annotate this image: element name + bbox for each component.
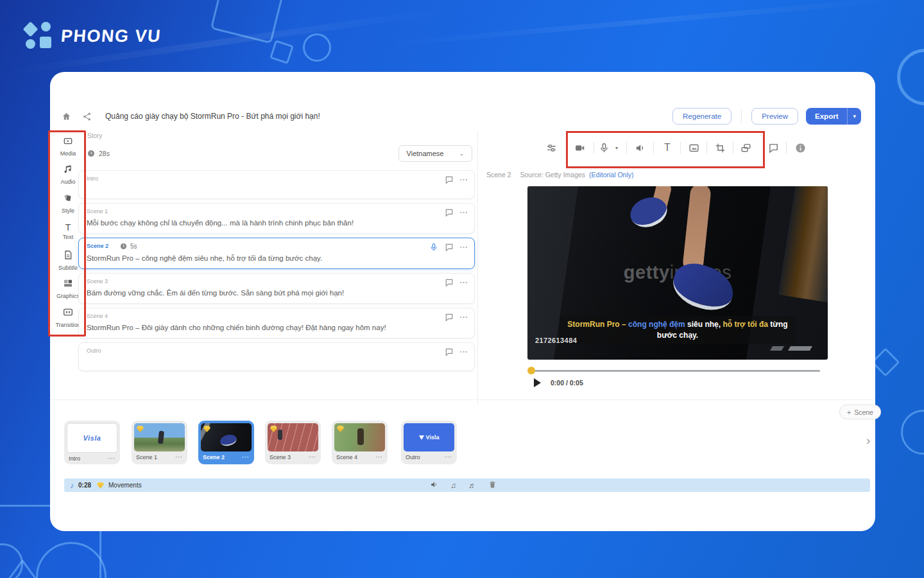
layers-copy-icon[interactable] <box>738 140 753 155</box>
music-note-icon: ♪ <box>70 481 74 490</box>
timeline-clip-scene1[interactable]: Scene 1⋯ <box>132 421 187 464</box>
audio-track-name: Movements <box>108 482 142 489</box>
adjust-sliders-icon[interactable] <box>543 140 559 155</box>
home-icon[interactable] <box>60 110 72 122</box>
add-scene-button[interactable]: + Scene <box>839 405 881 419</box>
comment-icon[interactable] <box>444 175 454 185</box>
image-overlay-icon[interactable] <box>686 140 701 155</box>
more-options-icon[interactable]: ⋯ <box>375 453 383 461</box>
scene-script-text[interactable]: StormRun Pro – công nghệ đệm siêu nhẹ, h… <box>87 254 466 263</box>
more-options-icon[interactable]: ⋯ <box>459 349 468 355</box>
scene-card-outro[interactable]: Outro ⋯ <box>78 342 475 371</box>
mic-dropdown-caret-icon[interactable]: ▾ <box>613 140 620 155</box>
scene-script-text[interactable]: Mỗi bước chạy không chỉ là chuyển động..… <box>87 218 466 228</box>
audio-volume-icon[interactable] <box>430 480 438 491</box>
play-button[interactable] <box>534 378 541 387</box>
project-title: Quảng cáo giày chạy bộ StormRun Pro - Bứ… <box>105 112 320 121</box>
comment-icon[interactable] <box>444 347 454 357</box>
comment-icon[interactable] <box>444 277 454 288</box>
more-options-icon[interactable]: ⋯ <box>108 454 116 462</box>
change-music-icon[interactable]: ♫ <box>450 481 456 490</box>
scene3-thumbnail <box>268 423 318 451</box>
timeline-clip-scene2-selected[interactable]: Scene 2⋯ <box>198 421 254 464</box>
toolbar-separator <box>706 142 707 153</box>
playhead-handle[interactable] <box>527 367 535 374</box>
deco-ring <box>901 410 924 455</box>
export-button-label[interactable]: Export <box>806 108 847 125</box>
media-icon <box>63 136 73 148</box>
visla-v-icon <box>419 435 424 440</box>
more-options-icon[interactable]: ⋯ <box>459 177 468 183</box>
preview-scene-label: Scene 2 <box>486 171 511 179</box>
editorial-only-link[interactable]: (Editorial Only) <box>589 171 633 179</box>
voiceover-mic-icon[interactable] <box>429 242 439 252</box>
language-select[interactable]: Vietnamese ⌄ <box>398 145 472 162</box>
timeline-clip-intro[interactable]: Visla Intro⋯ <box>64 421 120 464</box>
language-value: Vietnamese <box>407 150 444 157</box>
comment-icon[interactable] <box>444 242 454 252</box>
more-options-icon[interactable]: ⋯ <box>459 279 468 286</box>
more-options-icon[interactable]: ⋯ <box>459 314 468 320</box>
regenerate-button[interactable]: Regenerate <box>672 108 732 125</box>
plus-icon: + <box>847 408 851 416</box>
timeline-clip-scene4[interactable]: Scene 4⋯ <box>332 421 388 464</box>
scene-script-text[interactable]: StormRun Pro – Đôi giày dành cho những c… <box>87 323 466 333</box>
video-camera-icon[interactable] <box>572 140 587 155</box>
more-options-icon[interactable]: ⋯ <box>309 453 316 461</box>
timeline-clip-scene3[interactable]: Scene 3⋯ <box>265 421 321 464</box>
more-options-icon[interactable]: ⋯ <box>175 453 183 461</box>
scene-card-3[interactable]: Scene 3 Bám đường vững chắc. Êm ái đến t… <box>78 273 475 304</box>
toolbar-separator <box>680 142 681 153</box>
timeline-scroll-right-icon[interactable]: › <box>866 434 870 448</box>
video-preview[interactable]: gettyimages 2172613484 StormRun Pro – cô… <box>527 186 828 360</box>
graphics-collage-icon <box>63 278 73 291</box>
wood-background-shape <box>778 186 828 302</box>
export-button[interactable]: Export ▾ <box>806 108 861 125</box>
deco-triangle <box>6 559 38 578</box>
music-settings-icon[interactable]: ♬ <box>468 481 476 490</box>
asset-id-watermark: 2172613484 <box>535 337 577 344</box>
more-options-icon[interactable]: ⋯ <box>242 453 250 461</box>
deco-circle <box>303 33 331 62</box>
scene-card-2-selected[interactable]: Scene 2 5s StormRun Pro – công nghệ đệm … <box>78 238 475 269</box>
microphone-icon[interactable] <box>596 140 612 155</box>
phongvu-logo-icon <box>24 22 53 50</box>
story-meta-row: 28s Vietnamese ⌄ <box>87 145 475 162</box>
scene-card-4[interactable]: Scene 4 StormRun Pro – Đôi giày dành cho… <box>78 308 475 338</box>
text-tool-icon: T <box>65 223 71 232</box>
scene-card-1[interactable]: Scene 1 Mỗi bước chạy không chỉ là chuyể… <box>78 203 475 234</box>
trash-icon[interactable] <box>488 480 497 491</box>
chevron-down-icon: ⌄ <box>459 150 464 157</box>
volume-icon[interactable] <box>632 140 647 155</box>
comment-icon[interactable] <box>444 207 454 218</box>
visla-logo: Visla <box>426 434 440 441</box>
story-panel: Story 28s Vietnamese ⌄ Intro ⋯ Scene 1 M… <box>78 132 475 371</box>
scene-card-intro[interactable]: Intro ⋯ <box>78 170 475 199</box>
intro-thumbnail: Visla <box>67 423 117 453</box>
transition-icon <box>63 307 73 320</box>
editor-header: Quảng cáo giày chạy bộ StormRun Pro - Bứ… <box>60 107 861 126</box>
scene-duration: 5s <box>130 243 137 250</box>
audio-track-bar[interactable]: ♪ 0:28 Movements ♫ ♬ <box>64 478 870 492</box>
progress-bar[interactable] <box>530 370 820 372</box>
story-panel-title: Story <box>87 132 475 139</box>
text-overlay-icon[interactable]: T <box>660 140 675 155</box>
crop-icon[interactable] <box>712 140 728 155</box>
scene-script-text[interactable]: Bám đường vững chắc. Êm ái đến từng bước… <box>87 288 466 298</box>
comment-icon[interactable] <box>444 312 454 322</box>
scene1-thumbnail <box>134 423 185 451</box>
header-divider <box>741 110 742 123</box>
more-options-icon[interactable]: ⋯ <box>459 209 468 216</box>
more-options-icon[interactable]: ⋯ <box>445 453 452 461</box>
info-icon[interactable] <box>792 140 808 155</box>
share-icon[interactable] <box>81 110 92 122</box>
scene2-thumbnail <box>201 423 252 451</box>
more-options-icon[interactable]: ⋯ <box>459 244 468 250</box>
video-subtitle-overlay[interactable]: StormRun Pro – công nghệ đệm siêu nhẹ, h… <box>560 316 796 344</box>
panel-divider <box>477 131 478 405</box>
export-dropdown-caret[interactable]: ▾ <box>847 108 861 125</box>
preview-button[interactable]: Preview <box>751 108 798 125</box>
comment-icon[interactable] <box>766 140 781 155</box>
toolbar-separator <box>626 142 627 153</box>
timeline-clip-outro[interactable]: Visla Outro⋯ <box>401 421 457 464</box>
